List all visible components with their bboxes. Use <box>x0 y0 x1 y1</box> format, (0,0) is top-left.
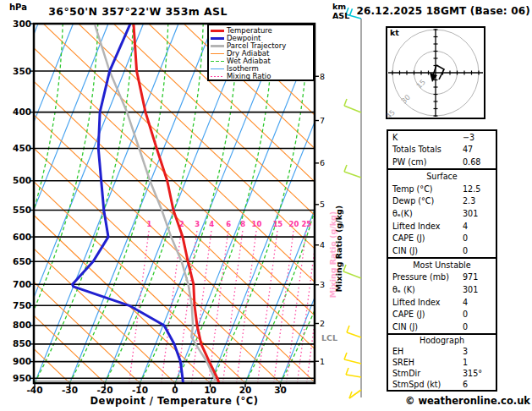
altitude-tick-label: 2 <box>320 319 325 328</box>
temperature-tick-label: 0 <box>161 385 189 395</box>
pressure-tick-label: 550 <box>9 205 31 215</box>
legend-swatch-dotted <box>211 76 224 78</box>
altitude-tick-label: 1 <box>320 357 325 366</box>
panel-row: CAPE (J)0 <box>388 233 496 243</box>
mixing-ratio-value-label: 6 <box>226 220 231 228</box>
panel-row: SREH1 <box>388 358 496 367</box>
temperature-tick-label: -20 <box>90 385 119 395</box>
legend-swatch-solid <box>211 53 224 55</box>
panel-section: Most UnstablePressure (mb)971θₑ (K)301Li… <box>388 257 496 333</box>
panel-section-header: Most Unstable <box>388 260 496 270</box>
altitude-tick-label: 5 <box>320 200 325 209</box>
panel-row-label: CAPE (J) <box>392 233 425 243</box>
panel-row-label: PW (cm) <box>392 157 426 167</box>
pressure-tick-label: 350 <box>9 66 31 76</box>
mixing-ratio-value-label: 4 <box>209 220 214 228</box>
temperature-tick-label: 10 <box>196 385 225 395</box>
panel-row: Temp (°C)12.5 <box>388 184 496 194</box>
x-axis-title: Dewpoint / Temperature (°C) <box>34 395 315 407</box>
temperature-tick-label: 30 <box>266 385 295 395</box>
panel-row-label: Lifted Index <box>392 222 440 231</box>
wind-barb-icon <box>344 165 361 178</box>
mixing-ratio-value-label: 20 <box>288 220 299 228</box>
legend-swatch-solid <box>211 68 224 70</box>
mixing-ratio-value-label: 8 <box>240 220 245 228</box>
wind-barb-icon <box>346 368 361 377</box>
panel-row: StmSpd (kt)6 <box>388 380 496 389</box>
legend-swatch-dashed <box>211 61 224 63</box>
altitude-tick-label: 8 <box>320 72 325 81</box>
panel-row-label: StmSpd (kt) <box>392 380 441 389</box>
panel-row-value: 12.5 <box>463 184 480 194</box>
panel-row: CIN (J)0 <box>388 322 496 332</box>
dewpoint-curve <box>73 24 184 383</box>
panel-row-value: 4 <box>463 222 468 231</box>
panel-row: CIN (J)0 <box>388 246 496 255</box>
pressure-tick-label: 900 <box>9 356 31 366</box>
panel-row-value: 47 <box>463 145 473 154</box>
panel-row-label: θₑ (K) <box>392 285 415 294</box>
mixing-ratio-value-labels: 12346810152025 <box>146 220 311 228</box>
panel-row-label: CAPE (J) <box>392 310 425 319</box>
hodograph-unit-label: kt <box>390 28 399 37</box>
panel-row-value: 315° <box>463 369 482 378</box>
panel-row: Pressure (mb)971 <box>388 272 496 282</box>
panel-row-value: 301 <box>463 285 478 294</box>
panel-row-value: 4 <box>463 298 468 307</box>
legend-item: Mixing Ratio <box>211 73 313 80</box>
legend: TemperatureDewpointParcel TrajectoryDry … <box>207 24 315 81</box>
panel-row-value: 0 <box>463 322 468 332</box>
panel-row-value: 2.3 <box>463 196 475 206</box>
copyright-label: © weatheronline.co.uk <box>405 395 530 407</box>
wind-barb-icon <box>344 99 361 112</box>
panel-row-label: Lifted Index <box>392 298 440 307</box>
panel-row-value: 1 <box>463 358 468 367</box>
panel-row: Dewp (°C)2.3 <box>388 196 496 206</box>
pressure-tick-label: 300 <box>9 19 31 29</box>
panel-row: Lifted Index4 <box>388 222 496 231</box>
temperature-tick-label: -40 <box>20 385 49 395</box>
pressure-tick-label: 650 <box>9 256 31 266</box>
altitude-axis-unit-km: km <box>332 2 349 11</box>
station-title: 36°50'N 357°22'W 353m ASL <box>25 5 250 18</box>
mixing-ratio-axis-label: Mixing Ratio (g/kg) <box>334 206 343 292</box>
mixing-ratio-value-label: 1 <box>146 220 151 228</box>
mixing-ratio-value-label: 10 <box>251 220 261 228</box>
panel-row-value: 301 <box>463 209 478 218</box>
wind-barb-icon <box>343 265 361 278</box>
pressure-axis-unit: hPa <box>9 3 27 12</box>
mixing-ratio-value-label: 25 <box>301 220 311 228</box>
panel-row-label: Temp (°C) <box>392 184 433 194</box>
panel-row-label: StmDir <box>392 369 420 378</box>
panel-row-value: 6 <box>463 380 468 389</box>
legend-swatch-solid <box>211 37 224 40</box>
panel-row: CAPE (J)0 <box>388 310 496 319</box>
panel-row-value: 0 <box>463 246 468 255</box>
pressure-tick-label: 850 <box>9 338 31 348</box>
panel-row-label: K <box>392 133 398 142</box>
panel-section-header: Surface <box>388 172 496 181</box>
panel-section: K−3Totals Totals47PW (cm)0.68 <box>388 131 496 168</box>
panel-row-label: EH <box>392 347 403 356</box>
panel-row-value: −3 <box>463 133 474 142</box>
panel-row: θₑ (K)301 <box>388 285 496 294</box>
panel-row: Totals Totals47 <box>388 145 496 154</box>
panel-row-value: 0 <box>463 233 468 243</box>
panel-row: K−3 <box>388 133 496 142</box>
panel-row-label: SREH <box>392 358 414 367</box>
mixing-ratio-value-label: 3 <box>195 220 200 228</box>
panel-row-value: 3 <box>463 347 468 356</box>
altitude-axis-unit: km ASL <box>332 2 349 20</box>
pressure-tick-label: 600 <box>9 232 31 242</box>
pressure-tick-label: 750 <box>9 300 31 310</box>
wind-barb-icon <box>344 353 361 364</box>
lcl-marker-label: LCL <box>321 333 337 342</box>
wind-barb-column <box>343 8 361 398</box>
datetime-label: 26.12.2025 18GMT (Base: 06) <box>356 5 530 17</box>
panel-row: θₑ(K)301 <box>388 209 496 218</box>
legend-label: Mixing Ratio <box>227 73 271 80</box>
pressure-tick-label: 950 <box>9 373 31 383</box>
indices-panel: K−3Totals Totals47PW (cm)0.68SurfaceTemp… <box>387 129 497 392</box>
panel-row-label: CIN (J) <box>392 322 418 332</box>
panel-row-label: Dewp (°C) <box>392 196 434 206</box>
